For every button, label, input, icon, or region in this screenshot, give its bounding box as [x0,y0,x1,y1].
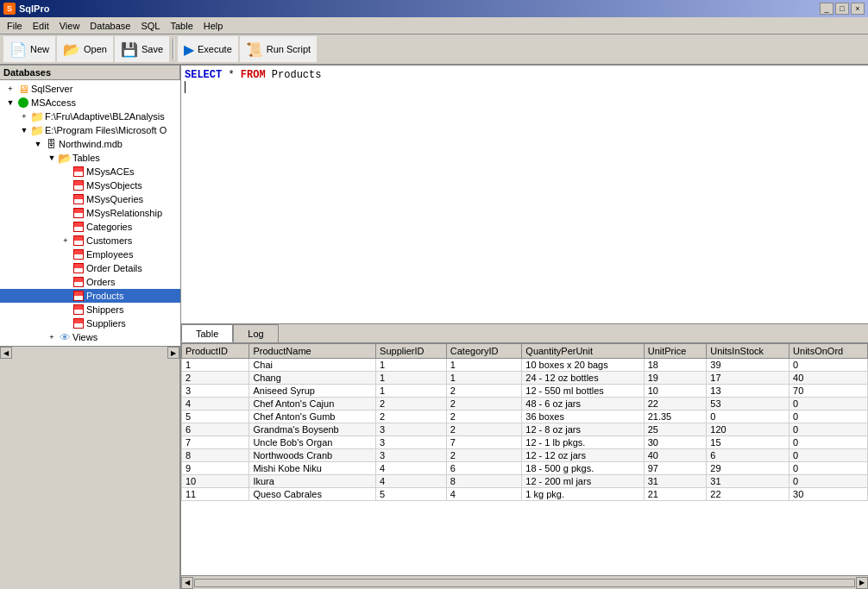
col-supplierid: SupplierID [376,344,447,359]
tree-item-views[interactable]: + 👁 Views [0,330,180,344]
table-cell: 3 [182,385,249,398]
table-cell: 0 [789,410,868,423]
tree-item-orderdetails[interactable]: ▷ Order Details [0,261,180,275]
tree-item-path1[interactable]: + 📁 F:\Fru\Adaptive\BL2Analysis [0,110,180,123]
sidebar-hscroll[interactable]: ◀ ▶ [0,346,179,360]
tree-item-msysaces[interactable]: ▷ MSysACEs [0,165,180,179]
tree-item-employees[interactable]: ▷ Employees [0,248,180,261]
products-label: Products [86,291,123,301]
table-row[interactable]: 11Queso Cabrales541 kg pkg.212230 [182,488,868,501]
execute-button[interactable]: ▶ Execute [178,36,238,62]
table-icon-msysrel [72,207,85,219]
sql-editor[interactable]: SELECT * FROM Products [181,66,868,324]
toolbar: 📄 New 📂 Open 💾 Save ▶ Execute 📜 Run Scri… [0,34,868,66]
table-cell: Chai [249,359,376,372]
table-icon-customers [72,235,85,247]
open-button[interactable]: 📂 Open [57,36,113,62]
menu-help[interactable]: Help [198,19,229,33]
tab-table[interactable]: Table [181,324,233,342]
expand-sqlserver[interactable]: + [3,85,17,93]
scroll-left-btn[interactable]: ◀ [0,347,12,359]
sql-asterisk: * [228,69,240,81]
tree-item-msaccess[interactable]: ▼ MSAccess [0,96,180,110]
tree-item-sqlserver[interactable]: + 🖥 SqlServer [0,82,180,96]
col-productid: ProductID [182,344,249,359]
table-cell: 48 - 6 oz jars [522,398,644,410]
expand-tables[interactable]: ▼ [45,154,59,162]
tree-item-shippers[interactable]: ▷ Shippers [0,303,180,316]
table-row[interactable]: 4Chef Anton's Cajun2248 - 6 oz jars22530 [182,398,868,410]
table-cell: Uncle Bob's Organ [249,436,376,449]
new-label: New [30,44,49,54]
msaccess-label: MSAccess [31,97,76,108]
expand-customers[interactable]: + [59,236,72,245]
table-cell: 31 [707,475,789,488]
table-row[interactable]: 7Uncle Bob's Organ3712 - 1 lb pkgs.30150 [182,436,868,449]
table-row[interactable]: 6Grandma's Boysenb3212 - 8 oz jars251200 [182,423,868,436]
menu-file[interactable]: File [2,19,28,33]
table-cell: 11 [182,488,249,501]
save-button[interactable]: 💾 Save [115,36,169,62]
table-cell: 2 [376,398,447,410]
table-cell: 7 [446,436,522,449]
table-cell: 12 - 8 oz jars [522,423,644,436]
expand-path1[interactable]: + [17,112,31,121]
table-cell: 0 [789,462,868,475]
minimize-button[interactable]: _ [820,3,833,15]
tree-item-categories[interactable]: ▷ Categories [0,220,180,234]
tree-item-msysqueries[interactable]: ▷ MSysQueries [0,192,180,206]
tree-item-msysobjects[interactable]: ▷ MSysObjects [0,179,180,192]
menu-table[interactable]: Table [165,19,198,33]
tree-item-path2[interactable]: ▼ 📁 E:\Program Files\Microsoft O [0,123,180,137]
table-row[interactable]: 10Ikura4812 - 200 ml jars31310 [182,475,868,488]
scroll-left-grid[interactable]: ◀ [181,577,193,589]
hscroll-track[interactable] [194,579,855,587]
new-button[interactable]: 📄 New [3,36,55,62]
table-cell: 3 [376,423,447,436]
tree-item-tables-folder[interactable]: ▼ 📂 Tables [0,151,180,165]
maximize-button[interactable]: □ [835,3,849,15]
tree-item-products[interactable]: ▷ Products [0,289,180,303]
scroll-right-grid[interactable]: ▶ [856,577,868,589]
table-cell: 5 [182,410,249,423]
tree-item-customers[interactable]: + Customers [0,234,180,248]
scroll-right-btn[interactable]: ▶ [167,347,179,359]
table-cell: 13 [707,385,789,398]
tree-item-suppliers[interactable]: ▷ Suppliers [0,316,180,330]
table-cell: 17 [707,372,789,385]
menu-view[interactable]: View [54,19,85,33]
menu-database[interactable]: Database [85,19,135,33]
expand-msaccess[interactable]: ▼ [3,98,17,107]
save-icon: 💾 [121,41,138,58]
table-cell: Chef Anton's Cajun [249,398,376,410]
tree-item-orders[interactable]: ▷ Orders [0,275,180,289]
expand-northwind[interactable]: ▼ [31,140,45,148]
sql-select-keyword: SELECT [185,69,222,81]
table-row[interactable]: 1Chai1110 boxes x 20 bags18390 [182,359,868,372]
close-button[interactable]: × [851,3,865,15]
run-script-button[interactable]: 📜 Run Script [240,36,317,62]
table-cell: 4 [376,462,447,475]
path1-label: F:\Fru\Adaptive\BL2Analysis [45,111,165,122]
menu-edit[interactable]: Edit [28,19,54,33]
table-cell: 25 [644,423,707,436]
tab-log[interactable]: Log [233,324,278,342]
table-row[interactable]: 8Northwoods Cranb3212 - 12 oz jars4060 [182,449,868,462]
table-cell: 21 [644,488,707,501]
data-grid-container[interactable]: ProductID ProductName SupplierID Categor… [181,343,868,575]
folder-icon-2: 📁 [31,124,43,136]
scroll-track[interactable] [12,347,167,360]
menu-sql[interactable]: SQL [135,19,165,33]
table-row[interactable]: 5Chef Anton's Gumb2236 boxes21.3500 [182,410,868,423]
expand-views[interactable]: + [45,333,59,341]
table-cell: 70 [789,385,868,398]
table-row[interactable]: 9Mishi Kobe Niku4618 - 500 g pkgs.97290 [182,462,868,475]
bottom-scrollbar[interactable]: ◀ ▶ [181,575,868,589]
table-row[interactable]: 2Chang1124 - 12 oz bottles191740 [182,372,868,385]
tree-item-northwind[interactable]: ▼ 🗄 Northwind.mdb [0,137,180,151]
expand-path2[interactable]: ▼ [17,126,31,135]
window-controls[interactable]: _ □ × [820,3,865,15]
tree-item-msysrelationship[interactable]: ▷ MSysRelationship [0,206,180,220]
table-cell: 6 [182,423,249,436]
table-row[interactable]: 3Aniseed Syrup1212 - 550 ml bottles10137… [182,385,868,398]
